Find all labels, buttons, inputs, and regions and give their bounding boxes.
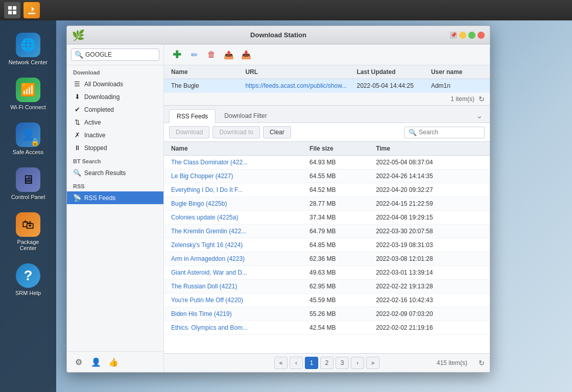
rss-row-time: 2022-03-30 20:07:58 — [374, 227, 485, 236]
rss-row-name: The Class Dominator (422... — [169, 158, 307, 167]
edit-button[interactable]: ✏ — [186, 47, 202, 62]
user-button[interactable]: 👤 — [88, 355, 104, 369]
window-close-button[interactable]: ✕ — [478, 32, 485, 39]
upper-table: Name URL Last Updated User name The Bugl… — [164, 65, 490, 93]
rss-table-row[interactable]: Le Big Chopper (4227) 64.55 MB 2022-04-2… — [164, 169, 490, 183]
rss-row-name: Giant Asteroid, War and D... — [169, 268, 307, 277]
rss-table-row[interactable]: Everything I Do, I Do It F... 64.52 MB 2… — [164, 183, 490, 197]
nav-item-downloading[interactable]: ⬇ Downloading — [67, 90, 163, 103]
rss-search-icon: 🔍 — [409, 129, 417, 136]
item-count-bar: 1 item(s) ↻ — [164, 93, 490, 106]
rss-row-size: 64.55 MB — [307, 172, 374, 181]
sidebar-item-wifi-connect[interactable]: 📶 Wi-Fi Connect — [5, 74, 51, 114]
sidebar-item-control-panel[interactable]: 🖥 Control Panel — [5, 163, 51, 204]
nav-item-rss-feeds[interactable]: 📡 RSS Feeds — [67, 191, 163, 204]
rss-table-row[interactable]: Bugle Bingo (4225b) 28.77 MB 2022-04-15 … — [164, 197, 490, 211]
rss-table-header: Name File size Time — [164, 142, 490, 156]
next-page-button[interactable]: › — [351, 357, 364, 369]
window-pin-button[interactable]: 📌 — [450, 32, 457, 39]
sidebar-item-srm-help[interactable]: ? SRM Help — [5, 259, 51, 300]
taskbar — [0, 0, 572, 20]
nav-item-stopped[interactable]: ⏸ Stopped — [67, 141, 163, 154]
rss-row-size: 55.26 MB — [307, 309, 374, 318]
rss-row-size: 62.95 MB — [307, 282, 374, 291]
window-titlebar: 🌿 Download Station 📌 — □ ✕ — [67, 26, 490, 44]
network-center-icon: 🌐 — [16, 33, 40, 57]
rss-row-time: 2022-03-08 12:01:28 — [374, 254, 485, 263]
col-header-user: User name — [429, 67, 485, 77]
sidebar-item-package-center[interactable]: 🛍 Package Center — [5, 208, 51, 255]
svg-rect-1 — [13, 6, 16, 10]
rss-row-time: 2022-02-22 19:13:28 — [374, 282, 485, 291]
rss-search-input[interactable] — [419, 129, 480, 136]
tab-rss-feeds[interactable]: RSS Feeds — [169, 109, 216, 123]
page-1-button[interactable]: 1 — [305, 357, 318, 369]
active-label: Active — [84, 119, 101, 126]
download-to-button[interactable]: Download to — [212, 126, 260, 138]
downloading-icon: ⬇ — [73, 93, 81, 101]
rss-table-row[interactable]: The Class Dominator (422... 64.93 MB 202… — [164, 156, 490, 169]
search-input-wrapper: 🔍 ✕ — [71, 48, 159, 61]
rss-row-time: 2022-05-04 08:37:04 — [374, 158, 485, 167]
col-header-updated: Last Updated — [355, 67, 429, 77]
rss-table-row[interactable]: Biden His Time (4219) 55.26 MB 2022-02-0… — [164, 307, 490, 321]
upper-refresh-button[interactable]: ↻ — [479, 95, 485, 103]
page-3-button[interactable]: 3 — [336, 357, 349, 369]
completed-label: Completed — [84, 106, 114, 113]
rss-row-time: 2022-04-08 19:29:15 — [374, 213, 485, 222]
rss-table-row[interactable]: Ethics. Olympics and Bom... 42.54 MB 202… — [164, 321, 490, 335]
rss-table-row[interactable]: Zelensky's Tight 16 (4224) 64.85 MB 2022… — [164, 238, 490, 252]
nav-item-completed[interactable]: ✔ Completed — [67, 103, 163, 116]
rss-row-size: 64.52 MB — [307, 185, 374, 194]
row-user: Adm1n — [429, 81, 485, 90]
share-button[interactable]: 📤 — [221, 47, 236, 62]
rss-table-row[interactable]: The Kremlin Gremlin (422... 64.79 MB 202… — [164, 225, 490, 238]
feedback-button[interactable]: 👍 — [106, 355, 121, 369]
rss-table-row[interactable]: You're Putin Me Off (4220) 45.59 MB 2022… — [164, 293, 490, 307]
download-button[interactable]: Download — [169, 126, 209, 138]
taskbar-download-station-icon[interactable] — [23, 2, 40, 18]
rss-table-row[interactable]: Giant Asteroid, War and D... 49.63 MB 20… — [164, 266, 490, 280]
rss-col-name: Name — [169, 144, 307, 153]
rss-table-row[interactable]: Colonies update (4225a) 37.34 MB 2022-04… — [164, 211, 490, 225]
tab-download-filter[interactable]: Download Filter — [217, 109, 274, 122]
rss-row-size: 64.79 MB — [307, 227, 374, 236]
import-button[interactable]: 📥 — [239, 47, 254, 62]
rss-row-name: Zelensky's Tight 16 (4224) — [169, 240, 307, 250]
sidebar-item-safe-access[interactable]: 👤🔒 Safe Access — [5, 118, 51, 159]
nav-item-active[interactable]: ⇅ Active — [67, 116, 163, 129]
settings-button[interactable]: ⚙ — [71, 355, 86, 369]
last-page-button[interactable]: » — [366, 357, 379, 369]
rss-row-time: 2022-02-16 10:42:43 — [374, 296, 485, 305]
nav-item-all-downloads[interactable]: ☰ All Downloads — [67, 78, 163, 90]
add-button[interactable]: ✚ — [169, 47, 184, 62]
pagination-refresh-button[interactable]: ↻ — [479, 359, 485, 367]
rss-row-time: 2022-04-15 21:22:59 — [374, 199, 485, 208]
nav-item-inactive[interactable]: ✗ Inactive — [67, 129, 163, 141]
pagination-bar: « ‹ 1 2 3 › » 415 item(s) ↻ — [164, 353, 490, 372]
table-row[interactable]: The Bugle https://feeds.acast.com/public… — [164, 79, 490, 93]
sidebar-item-network-center[interactable]: 🌐 Network Center — [5, 29, 51, 69]
tab-expand-icon[interactable]: ⌄ — [474, 109, 485, 122]
rss-action-bar: Download Download to Clear 🔍 — [164, 123, 490, 142]
window-maximize-button[interactable]: □ — [468, 32, 475, 39]
package-center-icon: 🛍 — [16, 212, 40, 237]
prev-page-button[interactable]: ‹ — [290, 357, 303, 369]
sidebar-item-package-center-label: Package Center — [8, 239, 48, 251]
rss-col-size: File size — [307, 144, 374, 153]
taskbar-grid-button[interactable] — [4, 2, 20, 18]
page-2-button[interactable]: 2 — [320, 357, 333, 369]
nav-item-search-results[interactable]: 🔍 Search Results — [67, 166, 163, 179]
rss-table-row[interactable]: Arm in Armageddon (4223) 62.36 MB 2022-0… — [164, 252, 490, 266]
delete-button[interactable]: 🗑 — [204, 47, 219, 62]
completed-icon: ✔ — [73, 106, 81, 113]
clear-button[interactable]: Clear — [263, 126, 291, 138]
rss-table-body: The Class Dominator (422... 64.93 MB 202… — [164, 156, 490, 353]
first-page-button[interactable]: « — [274, 357, 288, 369]
rss-table-row[interactable]: The Russian Doll (4221) 62.95 MB 2022-02… — [164, 280, 490, 293]
rss-row-time: 2022-02-02 21:19:16 — [374, 323, 485, 332]
window-minimize-button[interactable]: — — [459, 32, 466, 39]
rss-row-name: Colonies update (4225a) — [169, 213, 307, 222]
sidebar-item-control-panel-label: Control Panel — [11, 194, 45, 200]
search-input[interactable] — [85, 51, 162, 58]
